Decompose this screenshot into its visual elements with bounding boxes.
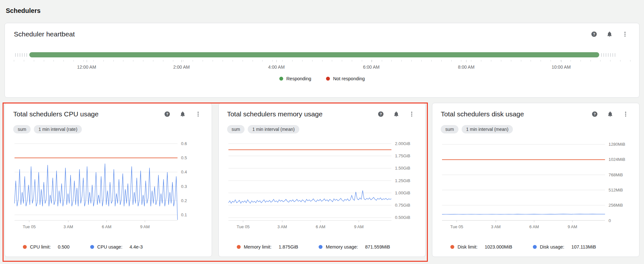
svg-text:Tue 05: Tue 05 [236,224,249,229]
cpu-usage-legend[interactable]: CPU usage: 4.4e-3 [90,244,143,249]
memory-chart-legend: Memory limit: 1.875GiB Memory usage: 871… [227,244,417,249]
svg-text:0.50GiB: 0.50GiB [395,215,410,220]
svg-text:1.25GiB: 1.25GiB [395,178,410,183]
svg-text:1024MiB: 1024MiB [609,157,625,162]
cpu-usage-value: 4.4e-3 [130,244,143,249]
heartbeat-legend: Responding Not responding [14,76,630,81]
memory-limit-value: 1.875GiB [279,244,298,249]
alert-icon[interactable] [607,111,613,117]
disk-usage-label: Disk usage: [540,244,564,249]
cpu-usage-chart[interactable]: 0.60.50.40.30.20.1Tue 053 AM6 AM9 AM [13,134,203,238]
svg-text:3 AM: 3 AM [491,224,501,229]
svg-text:?: ? [380,112,382,116]
svg-text:2.00GiB: 2.00GiB [395,141,410,146]
aggregation-chip[interactable]: sum [441,125,458,133]
more-vert-icon[interactable] [409,111,415,117]
disk-limit-dot [450,245,454,249]
cpu-usage-card: Total schedulers CPU usage ? sum 1 min i… [5,103,212,257]
alert-icon[interactable] [606,31,613,37]
svg-text:0.4: 0.4 [181,170,187,174]
svg-text:6 AM: 6 AM [529,224,539,229]
cpu-limit-dot [23,245,27,249]
no-data-hatch-left [15,53,28,57]
responding-dot [279,77,283,81]
charts-row: Total schedulers CPU usage ? sum 1 min i… [5,103,639,257]
alert-icon[interactable] [393,111,399,117]
disk-limit-label: Disk limit: [457,244,477,249]
disk-usage-legend[interactable]: Disk usage: 107.113MiB [533,244,596,249]
heartbeat-card-title: Scheduler heartbeat [14,30,75,38]
disk-card-title: Total schedulers disk usage [441,110,524,118]
disk-limit-legend[interactable]: Disk limit: 1023.000MiB [450,244,512,249]
legend-item-responding: Responding [279,76,311,81]
more-vert-icon[interactable] [622,111,629,117]
svg-text:0.1: 0.1 [181,212,187,217]
cpu-usage-dot [90,245,94,249]
memory-limit-label: Memory limit: [244,244,272,249]
not-responding-label: Not responding [333,76,365,81]
alert-icon[interactable] [179,111,186,117]
cpu-limit-legend[interactable]: CPU limit: 0.500 [23,244,70,249]
page-title: Schedulers [6,7,639,15]
svg-text:0: 0 [609,218,611,223]
svg-text:Tue 05: Tue 05 [23,224,35,229]
svg-text:0.5: 0.5 [181,155,187,160]
disk-usage-card: Total schedulers disk usage ? sum 1 min … [432,103,639,257]
cpu-card-title: Total schedulers CPU usage [13,110,99,118]
svg-text:6 AM: 6 AM [316,224,325,229]
svg-text:1.50GiB: 1.50GiB [395,166,410,171]
memory-usage-legend[interactable]: Memory usage: 871.559MiB [319,244,390,249]
memory-limit-dot [237,245,241,249]
svg-text:3 AM: 3 AM [63,224,73,229]
heartbeat-axis: 12:00 AM2:00 AM4:00 AM6:00 AM8:00 AM10:0… [14,60,630,73]
more-vert-icon[interactable] [622,31,628,37]
svg-text:0.6: 0.6 [181,141,187,146]
more-vert-icon[interactable] [195,111,201,117]
svg-text:1.00GiB: 1.00GiB [395,191,410,195]
svg-text:?: ? [593,32,595,36]
aggregation-chip[interactable]: sum [227,125,245,133]
svg-text:3 AM: 3 AM [277,224,287,229]
legend-item-not-responding: Not responding [326,76,365,81]
svg-text:0.2: 0.2 [181,198,187,203]
help-icon[interactable]: ? [164,111,170,117]
svg-text:768MiB: 768MiB [609,172,623,177]
memory-card-title: Total schedulers memory usage [227,110,322,118]
help-icon[interactable]: ? [378,111,384,117]
help-icon[interactable]: ? [591,111,598,117]
help-icon[interactable]: ? [591,31,597,37]
disk-usage-chart[interactable]: 1280MiB1024MiB768MiB512MiB256MiB0Tue 053… [441,134,631,238]
cpu-limit-value: 0.500 [58,244,69,249]
svg-text:256MiB: 256MiB [609,203,623,208]
svg-text:?: ? [594,112,596,116]
svg-text:1.75GiB: 1.75GiB [395,153,410,158]
disk-limit-value: 1023.000MiB [485,244,512,249]
svg-text:?: ? [166,112,168,116]
svg-text:Tue 05: Tue 05 [450,224,463,229]
aggregation-chip[interactable]: sum [13,125,31,133]
disk-usage-dot [533,245,537,249]
heartbeat-timeline [14,52,630,57]
memory-usage-value: 871.559MiB [365,244,390,249]
svg-text:0.75GiB: 0.75GiB [395,203,410,208]
memory-usage-card: Total schedulers memory usage ? sum 1 mi… [218,103,426,257]
svg-text:9 AM: 9 AM [140,224,150,229]
interval-chip[interactable]: 1 min interval (mean) [248,125,299,133]
interval-chip[interactable]: 1 min interval (rate) [34,125,82,133]
no-data-hatch-right [601,53,615,57]
cpu-limit-label: CPU limit: [30,244,51,249]
svg-text:1280MiB: 1280MiB [609,142,625,147]
heartbeat-card: Scheduler heartbeat ? 12:00 AM2:00 AM4:0… [5,23,639,98]
dashboard-page: Schedulers Scheduler heartbeat ? 12:00 A [0,0,644,257]
heartbeat-bar[interactable] [29,52,600,57]
memory-usage-chart[interactable]: 2.00GiB1.75GiB1.50GiB1.25GiB1.00GiB0.75G… [227,134,417,238]
svg-text:9 AM: 9 AM [568,224,577,229]
svg-text:9 AM: 9 AM [354,224,364,229]
cpu-chart-legend: CPU limit: 0.500 CPU usage: 4.4e-3 [13,244,203,249]
memory-usage-label: Memory usage: [326,244,358,249]
cpu-usage-label: CPU usage: [97,244,122,249]
svg-text:0.3: 0.3 [181,184,187,189]
memory-limit-legend[interactable]: Memory limit: 1.875GiB [237,244,298,249]
disk-usage-value: 107.113MiB [572,244,596,249]
interval-chip[interactable]: 1 min interval (mean) [462,125,513,133]
